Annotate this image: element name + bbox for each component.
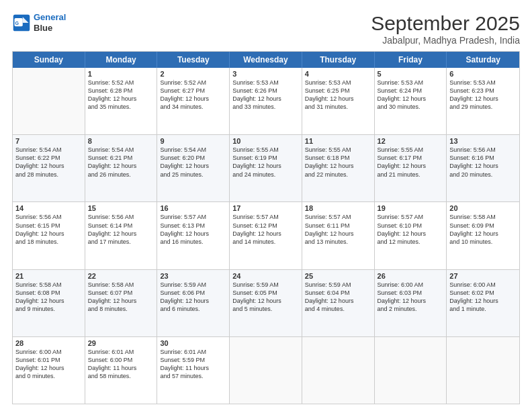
calendar-cell: 27Sunrise: 6:00 AM Sunset: 6:02 PM Dayli… bbox=[447, 270, 519, 336]
calendar-header: SundayMondayTuesdayWednesdayThursdayFrid… bbox=[13, 52, 519, 68]
location-subtitle: Jabalpur, Madhya Pradesh, India bbox=[371, 35, 520, 46]
cell-info: Sunrise: 5:55 AM Sunset: 6:17 PM Dayligh… bbox=[378, 146, 444, 179]
day-number: 5 bbox=[378, 70, 444, 78]
page: G General Blue September 2025 Jabalpur, … bbox=[0, 0, 532, 411]
header-day-wednesday: Wednesday bbox=[230, 52, 302, 68]
cell-info: Sunrise: 6:00 AM Sunset: 6:01 PM Dayligh… bbox=[15, 348, 82, 381]
day-number: 30 bbox=[160, 339, 226, 347]
calendar-row-1: 1Sunrise: 5:52 AM Sunset: 6:28 PM Daylig… bbox=[13, 68, 519, 135]
day-number: 26 bbox=[378, 272, 444, 280]
cell-info: Sunrise: 5:56 AM Sunset: 6:15 PM Dayligh… bbox=[15, 213, 82, 246]
cell-info: Sunrise: 5:58 AM Sunset: 6:08 PM Dayligh… bbox=[15, 281, 82, 314]
cell-info: Sunrise: 5:56 AM Sunset: 6:14 PM Dayligh… bbox=[88, 213, 154, 246]
cell-info: Sunrise: 6:01 AM Sunset: 5:59 PM Dayligh… bbox=[160, 348, 226, 381]
cell-info: Sunrise: 5:59 AM Sunset: 6:05 PM Dayligh… bbox=[232, 281, 299, 314]
day-number: 21 bbox=[15, 272, 82, 280]
cell-info: Sunrise: 5:59 AM Sunset: 6:06 PM Dayligh… bbox=[160, 281, 226, 314]
header-day-sunday: Sunday bbox=[13, 52, 85, 68]
calendar-cell: 29Sunrise: 6:01 AM Sunset: 6:00 PM Dayli… bbox=[85, 337, 158, 404]
cell-info: Sunrise: 5:57 AM Sunset: 6:13 PM Dayligh… bbox=[160, 213, 226, 246]
logo-line2: Blue bbox=[34, 23, 66, 34]
cell-info: Sunrise: 5:55 AM Sunset: 6:18 PM Dayligh… bbox=[305, 146, 371, 179]
calendar-cell: 5Sunrise: 5:53 AM Sunset: 6:24 PM Daylig… bbox=[375, 68, 447, 134]
calendar-cell bbox=[447, 337, 519, 404]
cell-info: Sunrise: 5:57 AM Sunset: 6:12 PM Dayligh… bbox=[232, 213, 299, 246]
calendar-cell: 2Sunrise: 5:52 AM Sunset: 6:27 PM Daylig… bbox=[157, 68, 230, 134]
svg-text:G: G bbox=[15, 20, 19, 25]
cell-info: Sunrise: 5:54 AM Sunset: 6:21 PM Dayligh… bbox=[88, 146, 154, 179]
calendar-cell: 17Sunrise: 5:57 AM Sunset: 6:12 PM Dayli… bbox=[230, 202, 302, 269]
calendar-cell: 16Sunrise: 5:57 AM Sunset: 6:13 PM Dayli… bbox=[157, 202, 230, 269]
calendar-cell: 13Sunrise: 5:56 AM Sunset: 6:16 PM Dayli… bbox=[447, 135, 519, 201]
day-number: 25 bbox=[305, 272, 371, 280]
day-number: 1 bbox=[88, 70, 154, 78]
calendar-cell: 25Sunrise: 5:59 AM Sunset: 6:04 PM Dayli… bbox=[302, 270, 375, 336]
cell-info: Sunrise: 5:57 AM Sunset: 6:11 PM Dayligh… bbox=[305, 213, 371, 246]
calendar-cell: 1Sunrise: 5:52 AM Sunset: 6:28 PM Daylig… bbox=[85, 68, 158, 134]
calendar-cell: 26Sunrise: 6:00 AM Sunset: 6:03 PM Dayli… bbox=[375, 270, 447, 336]
day-number: 11 bbox=[305, 137, 371, 145]
day-number: 27 bbox=[449, 272, 517, 280]
calendar-row-2: 7Sunrise: 5:54 AM Sunset: 6:22 PM Daylig… bbox=[13, 135, 519, 202]
calendar-cell: 8Sunrise: 5:54 AM Sunset: 6:21 PM Daylig… bbox=[85, 135, 158, 201]
cell-info: Sunrise: 6:00 AM Sunset: 6:03 PM Dayligh… bbox=[378, 281, 444, 314]
calendar-row-5: 28Sunrise: 6:00 AM Sunset: 6:01 PM Dayli… bbox=[13, 337, 519, 404]
day-number: 17 bbox=[232, 204, 299, 212]
calendar-cell: 14Sunrise: 5:56 AM Sunset: 6:15 PM Dayli… bbox=[13, 202, 85, 269]
title-section: September 2025 Jabalpur, Madhya Pradesh,… bbox=[371, 12, 520, 46]
cell-info: Sunrise: 5:53 AM Sunset: 6:25 PM Dayligh… bbox=[305, 79, 371, 111]
day-number: 10 bbox=[232, 137, 299, 145]
calendar-cell: 12Sunrise: 5:55 AM Sunset: 6:17 PM Dayli… bbox=[375, 135, 447, 201]
day-number: 13 bbox=[449, 137, 517, 145]
calendar-cell: 28Sunrise: 6:00 AM Sunset: 6:01 PM Dayli… bbox=[13, 337, 85, 404]
calendar-cell bbox=[302, 337, 375, 404]
calendar: SundayMondayTuesdayWednesdayThursdayFrid… bbox=[12, 51, 520, 404]
calendar-cell: 24Sunrise: 5:59 AM Sunset: 6:05 PM Dayli… bbox=[230, 270, 302, 336]
cell-info: Sunrise: 5:57 AM Sunset: 6:10 PM Dayligh… bbox=[378, 213, 444, 246]
day-number: 3 bbox=[232, 70, 299, 78]
day-number: 22 bbox=[88, 272, 154, 280]
day-number: 16 bbox=[160, 204, 226, 212]
calendar-cell: 11Sunrise: 5:55 AM Sunset: 6:18 PM Dayli… bbox=[302, 135, 375, 201]
cell-info: Sunrise: 6:00 AM Sunset: 6:02 PM Dayligh… bbox=[449, 281, 517, 314]
calendar-cell: 19Sunrise: 5:57 AM Sunset: 6:10 PM Dayli… bbox=[375, 202, 447, 269]
cell-info: Sunrise: 6:01 AM Sunset: 6:00 PM Dayligh… bbox=[88, 348, 154, 381]
day-number: 2 bbox=[160, 70, 226, 78]
cell-info: Sunrise: 5:58 AM Sunset: 6:09 PM Dayligh… bbox=[449, 213, 517, 246]
day-number: 7 bbox=[15, 137, 82, 145]
day-number: 8 bbox=[88, 137, 154, 145]
day-number: 4 bbox=[305, 70, 371, 78]
calendar-cell: 15Sunrise: 5:56 AM Sunset: 6:14 PM Dayli… bbox=[85, 202, 158, 269]
day-number: 20 bbox=[449, 204, 517, 212]
cell-info: Sunrise: 5:53 AM Sunset: 6:24 PM Dayligh… bbox=[378, 79, 444, 111]
calendar-cell: 3Sunrise: 5:53 AM Sunset: 6:26 PM Daylig… bbox=[230, 68, 302, 134]
cell-info: Sunrise: 5:54 AM Sunset: 6:22 PM Dayligh… bbox=[15, 146, 82, 179]
calendar-cell: 9Sunrise: 5:54 AM Sunset: 6:20 PM Daylig… bbox=[157, 135, 230, 201]
cell-info: Sunrise: 5:54 AM Sunset: 6:20 PM Dayligh… bbox=[160, 146, 226, 179]
calendar-cell: 6Sunrise: 5:53 AM Sunset: 6:23 PM Daylig… bbox=[447, 68, 519, 134]
calendar-cell: 21Sunrise: 5:58 AM Sunset: 6:08 PM Dayli… bbox=[13, 270, 85, 336]
cell-info: Sunrise: 5:55 AM Sunset: 6:19 PM Dayligh… bbox=[232, 146, 299, 179]
calendar-cell: 7Sunrise: 5:54 AM Sunset: 6:22 PM Daylig… bbox=[13, 135, 85, 201]
header-day-friday: Friday bbox=[375, 52, 447, 68]
logo-text: General Blue bbox=[34, 12, 66, 33]
header-day-thursday: Thursday bbox=[302, 52, 375, 68]
day-number: 19 bbox=[378, 204, 444, 212]
cell-info: Sunrise: 5:56 AM Sunset: 6:16 PM Dayligh… bbox=[449, 146, 517, 179]
day-number: 15 bbox=[88, 204, 154, 212]
day-number: 24 bbox=[232, 272, 299, 280]
day-number: 14 bbox=[15, 204, 82, 212]
calendar-cell bbox=[230, 337, 302, 404]
calendar-cell: 4Sunrise: 5:53 AM Sunset: 6:25 PM Daylig… bbox=[302, 68, 375, 134]
logo-icon: G bbox=[12, 13, 31, 32]
day-number: 9 bbox=[160, 137, 226, 145]
logo-line1: General bbox=[34, 12, 66, 22]
day-number: 29 bbox=[88, 339, 154, 347]
header-day-tuesday: Tuesday bbox=[157, 52, 230, 68]
cell-info: Sunrise: 5:58 AM Sunset: 6:07 PM Dayligh… bbox=[88, 281, 154, 314]
calendar-cell: 23Sunrise: 5:59 AM Sunset: 6:06 PM Dayli… bbox=[157, 270, 230, 336]
calendar-cell: 18Sunrise: 5:57 AM Sunset: 6:11 PM Dayli… bbox=[302, 202, 375, 269]
calendar-cell bbox=[13, 68, 85, 134]
cell-info: Sunrise: 5:59 AM Sunset: 6:04 PM Dayligh… bbox=[305, 281, 371, 314]
calendar-cell bbox=[375, 337, 447, 404]
